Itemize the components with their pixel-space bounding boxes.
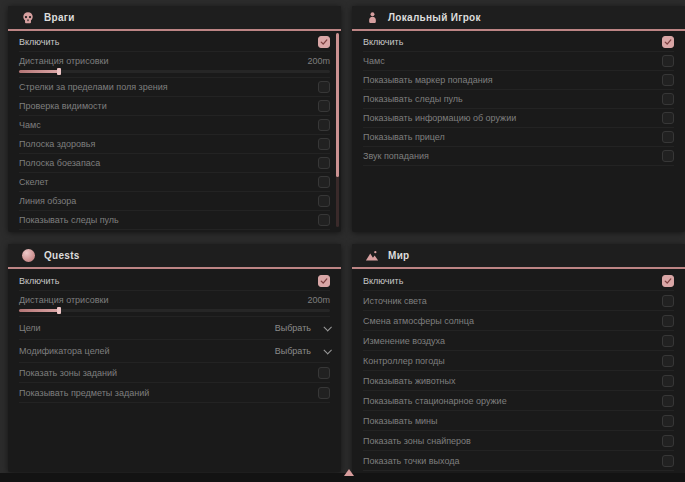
- setting-label: Чамс: [19, 120, 41, 130]
- setting-label: Стрелки за пределами поля зрения: [19, 82, 168, 92]
- setting-row: Показывать информацию об оружии: [363, 109, 674, 128]
- panel-title: Враги: [44, 12, 75, 23]
- setting-label: Звук попадания: [363, 151, 429, 161]
- checkbox[interactable]: [662, 74, 674, 86]
- dropdown-цели[interactable]: Выбрать: [275, 323, 330, 333]
- checkbox[interactable]: [662, 435, 674, 447]
- setting-row-slider: Дистанция отрисовки200m: [19, 52, 330, 78]
- setting-label: Показывать маркер попадания: [363, 75, 493, 85]
- dropdown-модификатора-целей[interactable]: Выбрать: [275, 346, 330, 356]
- checkbox[interactable]: [662, 315, 674, 327]
- checkmark-icon: [320, 277, 328, 285]
- dropdown-selected-value: Выбрать: [275, 346, 311, 356]
- scrollbar[interactable]: [336, 33, 339, 227]
- cursor-icon: [344, 469, 354, 476]
- setting-label: Цели: [19, 323, 41, 333]
- setting-label: Показать точки выхода: [363, 456, 459, 466]
- slider-track[interactable]: [19, 309, 330, 312]
- checkbox[interactable]: [318, 275, 330, 287]
- checkbox[interactable]: [318, 100, 330, 112]
- setting-row: Показывать следы пуль: [363, 90, 674, 109]
- setting-row: Показать зоны заданий: [19, 363, 330, 383]
- setting-label: Показывать стационарное оружие: [363, 396, 507, 406]
- chevron-down-icon: [323, 346, 331, 354]
- checkbox[interactable]: [662, 335, 674, 347]
- checkmark-icon: [664, 277, 672, 285]
- slider-fill: [19, 309, 59, 312]
- setting-row: Показывать стационарное оружие: [363, 391, 674, 411]
- checkbox[interactable]: [318, 214, 330, 226]
- setting-row: Включить: [363, 33, 674, 52]
- checkbox[interactable]: [318, 176, 330, 188]
- checkbox[interactable]: [318, 157, 330, 169]
- setting-label: Источник света: [363, 296, 427, 306]
- panel-quests: QuestsВключитьДистанция отрисовки200mЦел…: [8, 244, 341, 472]
- setting-label: Изменение воздуха: [363, 336, 445, 346]
- setting-row-select: Модификатора целейВыбрать: [19, 340, 330, 363]
- setting-row: Звук попадания: [363, 147, 674, 166]
- setting-label: Показывать следы пуль: [19, 215, 119, 225]
- checkbox[interactable]: [662, 355, 674, 367]
- checkbox[interactable]: [662, 415, 674, 427]
- setting-row: Стрелки за пределами поля зрения: [19, 78, 330, 97]
- checkbox[interactable]: [662, 395, 674, 407]
- checkbox[interactable]: [662, 150, 674, 162]
- setting-row: Показывать прицел: [363, 128, 674, 147]
- setting-label: Дистанция отрисовки: [19, 295, 109, 305]
- chevron-down-icon: [323, 323, 331, 331]
- setting-label: Линия обзора: [19, 196, 76, 206]
- checkbox[interactable]: [662, 375, 674, 387]
- setting-label: Включить: [363, 276, 403, 286]
- mountain-icon: [365, 249, 379, 263]
- setting-label: Показывать прицел: [363, 132, 445, 142]
- setting-row: Скелет: [19, 173, 330, 192]
- setting-row-select: ЦелиВыбрать: [19, 317, 330, 340]
- checkbox[interactable]: [318, 138, 330, 150]
- setting-row: Включить: [363, 271, 674, 291]
- slider-fill: [19, 70, 59, 73]
- panel-title: Quests: [44, 250, 80, 261]
- slider-header: Дистанция отрисовки200m: [19, 292, 330, 307]
- panel-header-world: Мир: [352, 244, 685, 269]
- setting-label: Включить: [363, 37, 403, 47]
- setting-label: Показывать информацию об оружии: [363, 113, 516, 123]
- setting-row: Полоска боезапаса: [19, 154, 330, 173]
- setting-row: Показать зоны снайперов: [363, 431, 674, 451]
- checkbox[interactable]: [662, 112, 674, 124]
- panel-body: ВключитьЧамсПоказывать маркер попаданияП…: [352, 31, 685, 166]
- panel-title: Локальный Игрок: [388, 12, 481, 23]
- checkbox[interactable]: [662, 55, 674, 67]
- setting-row: Линия обзора: [19, 192, 330, 211]
- checkbox[interactable]: [662, 275, 674, 287]
- setting-row: Показывать мины: [363, 411, 674, 431]
- checkbox[interactable]: [318, 36, 330, 48]
- setting-row: Изменение воздуха: [363, 331, 674, 351]
- slider-thumb[interactable]: [57, 68, 61, 75]
- setting-row: Показать точки выхода: [363, 451, 674, 471]
- panel-enemies: ВрагиВключитьДистанция отрисовки200mСтре…: [8, 6, 341, 232]
- checkbox[interactable]: [318, 119, 330, 131]
- setting-row: Источник света: [363, 291, 674, 311]
- setting-label: Контроллер погоды: [363, 356, 445, 366]
- person-icon: [365, 11, 379, 25]
- checkbox[interactable]: [318, 367, 330, 379]
- checkbox[interactable]: [318, 195, 330, 207]
- scrollbar-thumb[interactable]: [336, 33, 339, 177]
- checkbox[interactable]: [318, 81, 330, 93]
- checkbox[interactable]: [318, 387, 330, 399]
- checkbox[interactable]: [662, 36, 674, 48]
- setting-label: Проверка видимости: [19, 101, 107, 111]
- checkbox[interactable]: [662, 295, 674, 307]
- skull-icon: [21, 11, 35, 25]
- checkbox[interactable]: [662, 455, 674, 467]
- setting-label: Показывать мины: [363, 416, 438, 426]
- setting-label: Чамс: [363, 56, 385, 66]
- slider-thumb[interactable]: [57, 307, 61, 314]
- setting-row: Включить: [19, 33, 330, 52]
- panel-body: ВключитьИсточник светаСмена атмосферы со…: [352, 269, 685, 471]
- checkbox[interactable]: [662, 131, 674, 143]
- setting-row: Полоска здоровья: [19, 135, 330, 154]
- checkbox[interactable]: [662, 93, 674, 105]
- slider-value: 200m: [307, 295, 330, 305]
- slider-track[interactable]: [19, 70, 330, 73]
